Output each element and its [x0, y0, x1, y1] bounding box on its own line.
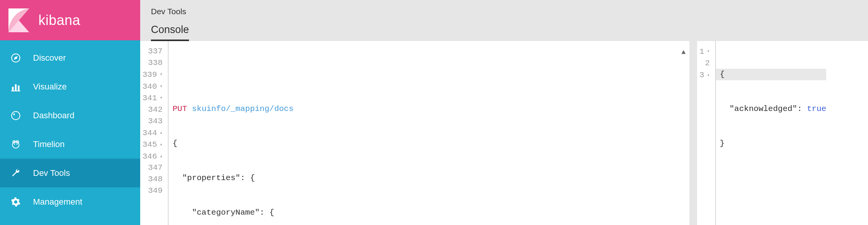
line-number[interactable]: 341	[140, 92, 165, 104]
tab-console[interactable]: Console	[151, 24, 189, 41]
svg-point-13	[14, 144, 15, 145]
wrench-icon	[10, 167, 22, 179]
code-line: "acknowledged": true	[716, 103, 826, 115]
code-line: {	[169, 138, 293, 149]
sidebar: kibana Discover Visualize	[0, 0, 140, 225]
json-key: "acknowledged"	[729, 104, 797, 113]
line-number: 348	[140, 174, 165, 185]
svg-rect-7	[11, 90, 20, 91]
code-line: {	[716, 69, 826, 80]
svg-rect-4	[12, 87, 13, 91]
main-area: Dev Tools Console 337 338 339 340 341 34…	[140, 0, 868, 225]
compass-icon	[10, 52, 22, 64]
sidebar-nav: Discover Visualize Dashboard	[0, 40, 140, 216]
line-number: 349	[140, 185, 165, 197]
bool-literal: true	[807, 104, 826, 113]
tabs: Console	[151, 24, 857, 41]
line-number[interactable]: 344	[140, 127, 165, 139]
sidebar-item-timelion[interactable]: Timelion	[0, 130, 140, 159]
line-number: 342	[140, 104, 165, 116]
execute-request-icon[interactable]: ▲	[681, 46, 686, 58]
timelion-icon	[10, 139, 22, 150]
request-code[interactable]: PUT skuinfo/_mapping/docs { "properties"…	[168, 41, 293, 225]
logo-bar: kibana	[0, 0, 140, 40]
line-number[interactable]: 1	[697, 46, 712, 58]
svg-point-8	[12, 111, 20, 120]
request-path: skuinfo/_mapping/docs	[192, 104, 294, 113]
line-number: 338	[140, 57, 165, 69]
svg-rect-5	[15, 84, 17, 90]
line-number: 337	[140, 46, 165, 57]
response-gutter: 1 2 3	[697, 41, 715, 225]
gauge-icon	[10, 110, 22, 121]
line-number[interactable]: 346	[140, 151, 165, 162]
code-line	[169, 69, 293, 80]
sidebar-item-label: Discover	[33, 53, 66, 63]
gear-icon	[10, 196, 22, 208]
http-method: PUT	[172, 104, 187, 113]
response-viewer: 1 2 3 { "acknowledged": true }	[697, 41, 868, 225]
sidebar-item-management[interactable]: Management	[0, 187, 140, 216]
line-number: 343	[140, 116, 165, 127]
svg-point-14	[17, 144, 18, 145]
console-panes: 337 338 339 340 341 342 343 344 345 346 …	[140, 41, 868, 225]
svg-rect-6	[18, 85, 19, 90]
sidebar-item-label: Visualize	[33, 82, 67, 92]
top-header: Dev Tools Console	[140, 0, 868, 41]
line-number[interactable]: 339	[140, 69, 165, 81]
sidebar-item-devtools[interactable]: Dev Tools	[0, 159, 140, 187]
sidebar-item-dashboard[interactable]: Dashboard	[0, 101, 140, 130]
sidebar-item-label: Timelion	[33, 139, 65, 149]
line-number[interactable]: 3	[697, 69, 712, 81]
sidebar-item-label: Dev Tools	[33, 168, 70, 178]
sidebar-item-discover[interactable]: Discover	[0, 43, 140, 72]
line-number: 347	[140, 162, 165, 174]
response-code: { "acknowledged": true }	[715, 41, 826, 225]
request-editor[interactable]: 337 338 339 340 341 342 343 344 345 346 …	[140, 41, 697, 225]
code-line: }	[716, 138, 826, 149]
sidebar-item-visualize[interactable]: Visualize	[0, 72, 140, 101]
code-line: "categoryName": {	[169, 207, 293, 218]
line-number: 2	[697, 58, 712, 69]
svg-point-9	[13, 113, 15, 115]
line-number[interactable]: 345	[140, 139, 165, 151]
sidebar-item-label: Dashboard	[33, 111, 75, 121]
code-line: PUT skuinfo/_mapping/docs	[169, 103, 293, 115]
code-line: "properties": {	[169, 172, 293, 184]
line-number[interactable]: 340	[140, 81, 165, 93]
sidebar-item-label: Management	[33, 197, 82, 207]
request-gutter: 337 338 339 340 341 342 343 344 345 346 …	[140, 41, 168, 225]
breadcrumb: Dev Tools	[151, 7, 857, 16]
kibana-logo-icon	[8, 8, 29, 32]
svg-marker-3	[15, 56, 17, 59]
app-name: kibana	[38, 12, 80, 28]
barchart-icon	[10, 81, 22, 93]
